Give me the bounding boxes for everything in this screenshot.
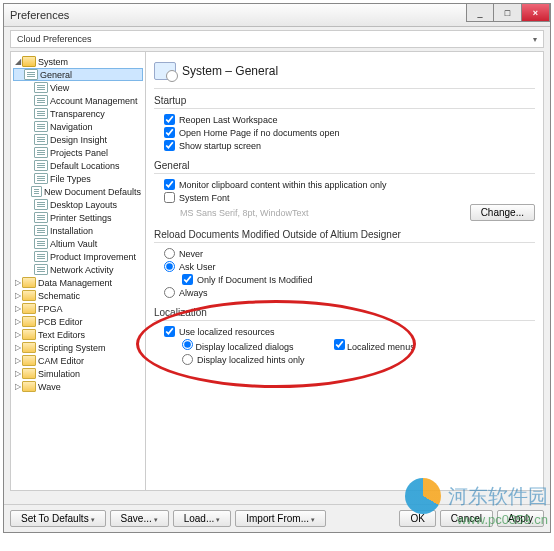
expand-icon[interactable]: ▷ [13, 317, 22, 326]
chevron-down-icon: ▾ [533, 35, 537, 44]
tree-node-desktop-layouts[interactable]: Desktop Layouts [13, 198, 143, 211]
save-button[interactable]: Save... [110, 510, 169, 527]
group-reload: Reload Documents Modified Outside of Alt… [154, 229, 535, 299]
reload-always-radio[interactable] [164, 287, 175, 298]
expand-icon[interactable]: ▷ [13, 356, 22, 365]
folder-icon [22, 329, 36, 340]
only-if-modified-checkbox[interactable] [182, 274, 193, 285]
page-icon [34, 199, 48, 210]
group-general: General Monitor clipboard content within… [154, 160, 535, 221]
minimize-button[interactable]: _ [466, 4, 494, 22]
folder-icon [22, 316, 36, 327]
tree-node-file-types[interactable]: File Types [13, 172, 143, 185]
group-localization: Localization Use localized resources Dis… [154, 307, 535, 366]
folder-open-icon [22, 56, 36, 67]
load-button[interactable]: Load... [173, 510, 232, 527]
localized-menus-checkbox[interactable] [334, 339, 345, 350]
group-title: General [154, 160, 535, 174]
collapse-icon[interactable]: ◢ [13, 57, 22, 66]
show-startup-checkbox[interactable] [164, 140, 175, 151]
tree-node-product-improvement[interactable]: Product Improvement [13, 250, 143, 263]
page-title: System – General [182, 64, 278, 78]
tree-node-account[interactable]: Account Management [13, 94, 143, 107]
page-icon [34, 160, 48, 171]
tree-node-altium-vault[interactable]: Altium Vault [13, 237, 143, 250]
tree-node-cam-editor[interactable]: ▷CAM Editor [13, 354, 143, 367]
maximize-button[interactable]: □ [494, 4, 522, 22]
tree-node-fpga[interactable]: ▷FPGA [13, 302, 143, 315]
page-icon [34, 82, 48, 93]
tree-node-text-editors[interactable]: ▷Text Editors [13, 328, 143, 341]
tree-node-design-insight[interactable]: Design Insight [13, 133, 143, 146]
page-icon [34, 147, 48, 158]
import-from-button[interactable]: Import From... [235, 510, 326, 527]
folder-icon [22, 381, 36, 392]
tree-node-view[interactable]: View [13, 81, 143, 94]
tree-node-wave[interactable]: ▷Wave [13, 380, 143, 393]
change-font-button[interactable]: Change... [470, 204, 535, 221]
tree-node-scripting-system[interactable]: ▷Scripting System [13, 341, 143, 354]
expand-icon[interactable]: ▷ [13, 343, 22, 352]
tree-node-system[interactable]: ◢ System [13, 55, 143, 68]
expand-icon[interactable]: ▷ [13, 382, 22, 391]
tree-node-transparency[interactable]: Transparency [13, 107, 143, 120]
folder-icon [22, 342, 36, 353]
page-icon [34, 212, 48, 223]
titlebar: Preferences _ □ × [4, 4, 550, 27]
folder-icon [22, 290, 36, 301]
group-title: Startup [154, 95, 535, 109]
expand-icon[interactable]: ▷ [13, 291, 22, 300]
tree-node-navigation[interactable]: Navigation [13, 120, 143, 133]
nav-tree[interactable]: ◢ System General View Account Management… [10, 51, 146, 491]
display-hints-radio[interactable] [182, 354, 193, 365]
group-title: Localization [154, 307, 535, 321]
page-icon [34, 238, 48, 249]
display-dialogs-radio[interactable] [182, 339, 193, 350]
expand-icon[interactable]: ▷ [13, 304, 22, 313]
monitor-clipboard-checkbox[interactable] [164, 179, 175, 190]
tree-node-projects-panel[interactable]: Projects Panel [13, 146, 143, 159]
page-icon [34, 225, 48, 236]
close-button[interactable]: × [522, 4, 550, 22]
system-font-checkbox[interactable] [164, 192, 175, 203]
tree-node-data-management[interactable]: ▷Data Management [13, 276, 143, 289]
footer: Set To Defaults Save... Load... Import F… [4, 504, 550, 532]
reload-ask-radio[interactable] [164, 261, 175, 272]
page-icon [34, 95, 48, 106]
expand-icon[interactable]: ▷ [13, 369, 22, 378]
expand-icon[interactable]: ▷ [13, 330, 22, 339]
folder-icon [22, 277, 36, 288]
page-icon [34, 134, 48, 145]
use-localized-checkbox[interactable] [164, 326, 175, 337]
cancel-button[interactable]: Cancel [440, 510, 493, 527]
group-startup: Startup Reopen Last Workspace Open Home … [154, 95, 535, 152]
page-icon [34, 173, 48, 184]
set-defaults-button[interactable]: Set To Defaults [10, 510, 106, 527]
tree-node-schematic[interactable]: ▷Schematic [13, 289, 143, 302]
expand-icon[interactable]: ▷ [13, 278, 22, 287]
tree-node-pcb-editor[interactable]: ▷PCB Editor [13, 315, 143, 328]
tree-node-new-doc-defaults[interactable]: New Document Defaults [13, 185, 143, 198]
tree-node-network-activity[interactable]: Network Activity [13, 263, 143, 276]
page-header: System – General [154, 58, 535, 89]
reopen-workspace-checkbox[interactable] [164, 114, 175, 125]
tree-node-printer-settings[interactable]: Printer Settings [13, 211, 143, 224]
group-title: Reload Documents Modified Outside of Alt… [154, 229, 535, 243]
cloud-label: Cloud Preferences [17, 34, 92, 44]
ok-button[interactable]: OK [399, 510, 435, 527]
tree-node-general[interactable]: General [13, 68, 143, 81]
tree-node-default-locations[interactable]: Default Locations [13, 159, 143, 172]
open-home-checkbox[interactable] [164, 127, 175, 138]
cloud-preferences-bar[interactable]: Cloud Preferences ▾ [10, 30, 544, 48]
folder-icon [22, 368, 36, 379]
folder-icon [22, 355, 36, 366]
tree-node-simulation[interactable]: ▷Simulation [13, 367, 143, 380]
font-sample: MS Sans Serif, 8pt, WindowText [180, 208, 309, 218]
page-icon [34, 121, 48, 132]
apply-button[interactable]: Apply [497, 510, 544, 527]
page-icon [34, 108, 48, 119]
tree-node-installation[interactable]: Installation [13, 224, 143, 237]
reload-never-radio[interactable] [164, 248, 175, 259]
folder-icon [22, 303, 36, 314]
page-icon [31, 186, 42, 197]
